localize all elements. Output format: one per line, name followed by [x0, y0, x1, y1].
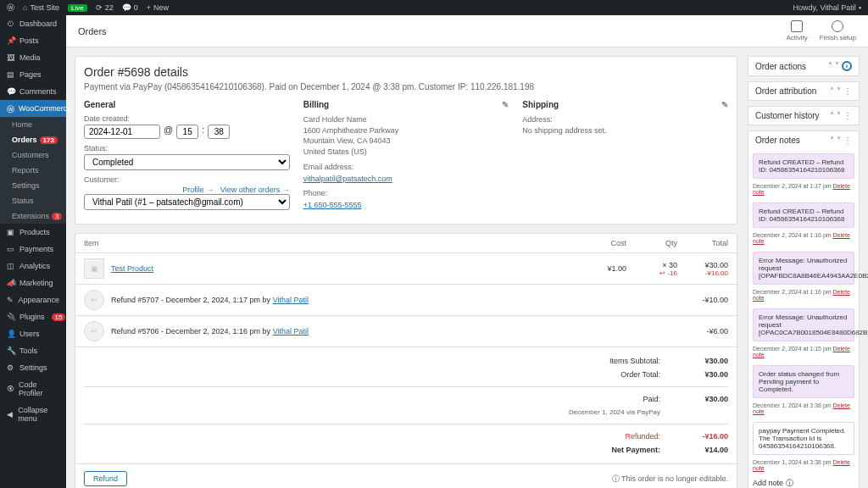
billing-phone[interactable]: +1 650-555-5555 [303, 201, 362, 209]
panel-head-notes[interactable]: Order notes˄˅⋮ [748, 131, 859, 149]
wp-logo-icon[interactable]: ⓦ [7, 3, 14, 14]
general-col: General Date created: @ : Status: Comple… [84, 100, 290, 215]
net-label: Net Payment: [611, 446, 660, 454]
customer-select[interactable]: Vithal Patil (#1 – patsatech@gmail.com) [84, 194, 290, 210]
chevron-up-icon[interactable]: ˄ [830, 111, 834, 120]
billing-email[interactable]: vithalpatil@patsatech.com [303, 175, 392, 183]
sidebar-item-marketing[interactable]: 📣Marketing [0, 274, 66, 291]
panel-head-attribution[interactable]: Order attribution˄˅⋮ [748, 82, 859, 100]
refund-user-2[interactable]: Vithal Patil [273, 327, 309, 336]
delete-note-link[interactable]: Delete note [753, 183, 850, 195]
edit-shipping-icon[interactable]: ✎ [721, 100, 728, 109]
paid-val: ¥30.00 [686, 395, 728, 403]
billing-addr-1: Card Holder Name [303, 114, 509, 125]
product-cost: ¥1.00 [576, 264, 626, 273]
chevron-up-icon[interactable]: ˄ [830, 86, 834, 96]
email-label: Email address: [303, 162, 509, 173]
user-greeting[interactable]: Howdy, Vithal Patil ▪ [793, 3, 861, 12]
delete-note-link[interactable]: Delete note [753, 232, 850, 244]
refund-user-1[interactable]: Vithal Patil [273, 296, 309, 304]
chevron-down-icon[interactable]: ˅ [835, 61, 839, 71]
order-note: Error Message: Unauthorized request [OPA… [753, 308, 854, 341]
items-h-item: Item [84, 239, 576, 247]
sub-orders[interactable]: Orders173 [0, 132, 66, 147]
comments-link[interactable]: 💬 0 [122, 3, 138, 12]
main-content: Orders Activity Finish setup Order #5698… [66, 15, 868, 488]
chevron-up-icon[interactable]: ˄ [830, 136, 834, 145]
dots-icon[interactable]: ⋮ [843, 86, 852, 96]
site-link[interactable]: ⌂ Test Site [23, 3, 59, 12]
sub-reports[interactable]: Reports [0, 163, 66, 178]
updates-link[interactable]: ⟳ 22 [96, 3, 114, 12]
product-link[interactable]: Test Product [111, 264, 153, 273]
sidebar-item-tools[interactable]: 🔧Tools [0, 342, 66, 359]
sub-home[interactable]: Home [0, 117, 66, 132]
refund-row-1: ↩ Refund #5707 - December 2, 2024, 1:17 … [75, 285, 737, 316]
finish-setup-button[interactable]: Finish setup [820, 20, 856, 42]
shipping-heading: Shipping [522, 100, 559, 109]
refund-button[interactable]: Refund [84, 471, 127, 486]
chevron-up-icon[interactable]: ˄ [828, 61, 832, 71]
ship-addr-label: Address: [522, 114, 728, 125]
delete-note-link[interactable]: Delete note [753, 346, 850, 358]
order-note: Error Message: Unauthorized request [OPA… [753, 252, 854, 285]
delete-note-link[interactable]: Delete note [753, 289, 850, 301]
date-input[interactable] [84, 125, 160, 139]
new-link[interactable]: + New [147, 3, 169, 12]
sidebar-item-posts[interactable]: 📌Posts [0, 32, 66, 49]
activity-button[interactable]: Activity [787, 20, 808, 42]
chevron-down-icon[interactable]: ˅ [837, 136, 841, 145]
sidebar-item-products[interactable]: ▣Products [0, 224, 66, 241]
view-orders-link[interactable]: View other orders → [220, 186, 290, 194]
date-label: Date created: [84, 114, 290, 123]
sidebar-item-media[interactable]: 🖼Media [0, 49, 66, 66]
live-badge: Live [68, 4, 87, 12]
sidebar-collapse[interactable]: ◀Collapse menu [0, 402, 66, 427]
minute-input[interactable] [208, 125, 230, 139]
activity-icon [791, 20, 803, 32]
profile-link[interactable]: Profile → [182, 186, 214, 194]
panel-head-history[interactable]: Customer history˄˅⋮ [748, 107, 859, 125]
help-icon[interactable]: ⓘ [786, 479, 793, 487]
chevron-down-icon[interactable]: ˅ [837, 111, 841, 120]
sidebar-item-codeprofiler[interactable]: ⦿Code Profiler [0, 376, 66, 402]
gauge-icon: ⏲ [7, 19, 15, 28]
sub-extensions[interactable]: Extensions3 [0, 208, 66, 224]
sidebar-item-woocommerce[interactable]: ⓦWooCommerce‹ [0, 100, 66, 117]
sidebar-item-dashboard[interactable]: ⏲Dashboard [0, 15, 66, 32]
panel-head-actions[interactable]: Order actions˄˅› [748, 57, 859, 75]
sidebar-item-plugins[interactable]: 🔌Plugins15 [0, 308, 66, 325]
delete-note-link[interactable]: Delete note [753, 459, 850, 471]
sidebar-item-appearance[interactable]: ✎Appearance [0, 291, 66, 308]
pin-icon: 📌 [7, 36, 15, 45]
edit-billing-icon[interactable]: ✎ [502, 100, 509, 109]
sub-customers[interactable]: Customers [0, 147, 66, 163]
megaphone-icon: 📣 [7, 279, 15, 287]
comment-icon: 💬 [7, 87, 15, 96]
refunded-val: -¥16.00 [686, 432, 728, 441]
add-note-label: Add note ⓘ [748, 474, 859, 488]
hour-input[interactable] [176, 125, 198, 139]
sidebar-item-payments[interactable]: ▭Payments [0, 241, 66, 258]
status-select[interactable]: Completed [84, 154, 290, 170]
wrench-icon: 🔧 [7, 347, 15, 355]
admin-sidebar: ⏲Dashboard 📌Posts 🖼Media ▤Pages 💬Comment… [0, 15, 66, 488]
dots-icon[interactable]: ⋮ [843, 136, 852, 145]
delete-note-link[interactable]: Delete note [753, 402, 850, 414]
woo-icon: ⓦ [7, 104, 14, 113]
sidebar-item-users[interactable]: 👤Users [0, 325, 66, 342]
sidebar-item-analytics[interactable]: ◫Analytics [0, 258, 66, 274]
chart-icon: ◫ [7, 262, 15, 270]
dots-icon[interactable]: ⋮ [843, 111, 852, 120]
chevron-down-icon[interactable]: ˅ [837, 86, 841, 96]
sidebar-item-pages[interactable]: ▤Pages [0, 66, 66, 83]
page-icon: ▤ [7, 70, 15, 79]
product-qty: × 30 [626, 261, 677, 269]
sub-status[interactable]: Status [0, 193, 66, 208]
sidebar-item-settings[interactable]: ⚙Settings [0, 359, 66, 376]
sidebar-item-comments[interactable]: 💬Comments [0, 83, 66, 100]
billing-heading: Billing [303, 100, 330, 109]
sub-settings[interactable]: Settings [0, 178, 66, 193]
items-h-qty: Qty [626, 239, 677, 247]
update-badge-icon[interactable]: › [842, 61, 852, 71]
